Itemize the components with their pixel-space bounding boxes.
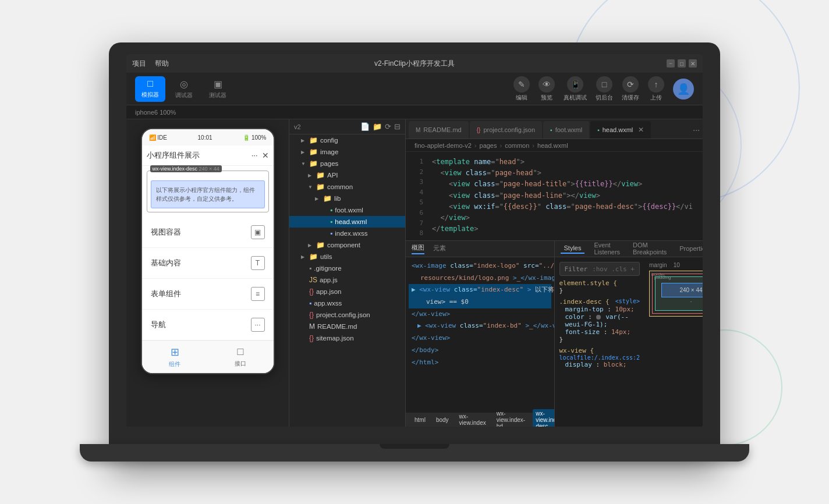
debugger-button[interactable]: ◎ 调试器 xyxy=(169,76,199,102)
window-controls: － □ ✕ xyxy=(667,59,697,68)
path-wx-view-hd[interactable]: wx-view.index-hd xyxy=(494,409,528,427)
tree-item-sitemap[interactable]: {} sitemap.json xyxy=(289,332,405,344)
phone-frame: 📶 IDE 10:01 🔋 100% 小程序组件展示 ··· ✕ xyxy=(126,119,289,427)
upload-icon: ↑ xyxy=(648,76,664,93)
tree-item-app-json[interactable]: {} app.json xyxy=(289,286,405,297)
tab-event-listeners[interactable]: Event Listeners xyxy=(590,242,623,257)
tab-label-project: project.config.json xyxy=(483,126,535,133)
path-wx-view-index[interactable]: wx-view.index xyxy=(456,412,489,427)
tab-foot-wxml[interactable]: ▪ foot.wxml xyxy=(543,121,589,139)
path-wx-view-desc[interactable]: wx-view.index-desc xyxy=(533,409,554,427)
html-tree-panel: 概图 元素 <wx-image class="index-logo" src="… xyxy=(406,241,555,427)
preview-action[interactable]: 👁 预览 xyxy=(539,76,555,102)
element-highlight-box: wx-view.index-desc 240 × 44 以下将展示小程序官方组件… xyxy=(147,171,269,212)
tree-item-api[interactable]: ▶ 📁 API xyxy=(289,169,405,181)
tab-readme[interactable]: M README.md xyxy=(409,121,469,139)
more-tabs-icon[interactable]: ··· xyxy=(693,125,700,134)
edit-icon: ✎ xyxy=(513,76,530,93)
close-button[interactable]: ✕ xyxy=(689,59,697,68)
tree-label: head.wxml xyxy=(335,218,367,225)
tree-item-config[interactable]: ▶ 📁 config xyxy=(289,134,405,146)
json-icon: {} xyxy=(309,311,314,319)
folder-icon: 📁 xyxy=(309,148,318,156)
file-collapse-icon[interactable]: ⊟ xyxy=(394,122,401,131)
menu-project[interactable]: 项目 xyxy=(132,59,146,69)
list-item-0[interactable]: 视图容器 ▣ xyxy=(142,217,274,248)
clear-cache-action[interactable]: ⟳ 清缓存 xyxy=(622,76,639,102)
tree-item-readme[interactable]: M README.md xyxy=(289,321,405,332)
editor-tabs: M README.md {} project.config.json ▪ foo… xyxy=(406,119,703,139)
menu-help[interactable]: 帮助 xyxy=(155,59,169,69)
path-body[interactable]: body xyxy=(433,416,452,424)
tab-project-config[interactable]: {} project.config.json xyxy=(470,121,542,139)
editor-panel: M README.md {} project.config.json ▪ foo… xyxy=(406,119,703,427)
app-title: v2-FinClip小程序开发工具 xyxy=(374,59,455,69)
html-line: </wx-view> xyxy=(409,308,551,321)
filter-placeholder: Filter xyxy=(565,265,588,273)
upload-action[interactable]: ↑ 上传 xyxy=(648,76,664,102)
background-action[interactable]: □ 切后台 xyxy=(596,76,613,102)
nav-item-api[interactable]: □ 接口 xyxy=(208,341,274,373)
tree-item-lib[interactable]: ▶ 📁 lib xyxy=(289,193,405,204)
tab-head-wxml[interactable]: ▪ head.wxml ✕ xyxy=(590,121,651,139)
html-line: <wx-image class="index-logo" src="../res… xyxy=(409,260,551,272)
debugger-icon: ◎ xyxy=(180,79,188,90)
path-html[interactable]: html xyxy=(412,416,428,424)
tree-item-project-config[interactable]: {} project.config.json xyxy=(289,309,405,321)
tree-item-image[interactable]: ▶ 📁 image xyxy=(289,146,405,158)
tester-icon: ▣ xyxy=(214,79,222,90)
tree-item-index-wxss[interactable]: ▪ index.wxss xyxy=(289,228,405,239)
styles-left: Filter :hov .cls + element.style { } xyxy=(555,257,644,427)
header-dot: ··· xyxy=(251,151,258,160)
list-icon-3: ··· xyxy=(251,318,265,332)
tester-button[interactable]: ▣ 测试器 xyxy=(203,76,233,102)
tree-item-head-wxml[interactable]: ▪ head.wxml xyxy=(289,216,405,228)
minimize-button[interactable]: － xyxy=(667,59,675,68)
list-item-1[interactable]: 基础内容 T xyxy=(142,248,274,279)
tree-item-foot-wxml[interactable]: ▪ foot.wxml xyxy=(289,204,405,216)
tab-elements[interactable]: 元素 xyxy=(433,244,446,254)
menu-bar: 项目 帮助 xyxy=(132,59,169,69)
tree-label: .gitignore xyxy=(314,265,341,272)
tree-item-app-wxss[interactable]: ▪ app.wxss xyxy=(289,297,405,309)
tree-label: app.js xyxy=(320,276,338,283)
breadcrumb-item-3: head.wxml xyxy=(537,142,568,149)
list-item-2[interactable]: 表单组件 ≡ xyxy=(142,279,274,310)
box-outer: border padding 240 × 44 - xyxy=(649,271,703,317)
phone-close-icon: ✕ xyxy=(262,151,269,160)
list-icon-0: ▣ xyxy=(251,225,265,239)
tree-item-pages[interactable]: ▼ 📁 pages xyxy=(289,158,405,169)
css-source[interactable]: localfile:/.index.css:2 xyxy=(559,354,640,361)
breadcrumb-item-2: common xyxy=(505,142,529,149)
maximize-button[interactable]: □ xyxy=(678,59,686,68)
real-device-label: 真机调试 xyxy=(564,94,587,102)
wxml-tab-icon: ▪ xyxy=(550,127,552,133)
css-block-element: element.style { } xyxy=(559,279,640,294)
simulator-button[interactable]: □ 模拟器 xyxy=(135,76,165,102)
file-new-icon[interactable]: 📄 xyxy=(360,122,370,131)
tree-item-app-js[interactable]: JS app.js xyxy=(289,274,405,286)
wxss-icon: ▪ xyxy=(330,229,332,237)
tree-item-component[interactable]: ▶ 📁 component xyxy=(289,239,405,251)
css-source[interactable]: <style> xyxy=(615,298,640,304)
box-model: margin 10 border padding 240 × 44 xyxy=(644,257,703,427)
tab-properties[interactable]: Properties xyxy=(676,245,703,253)
tree-item-common[interactable]: ▼ 📁 common xyxy=(289,181,405,193)
tab-styles[interactable]: Styles xyxy=(561,244,585,254)
real-device-action[interactable]: 📱 真机调试 xyxy=(564,76,587,102)
user-avatar[interactable]: 👤 xyxy=(673,79,694,100)
tree-label: image xyxy=(320,148,338,155)
code-content[interactable]: <template name="head"> <view class="page… xyxy=(426,152,703,240)
tree-item-gitignore[interactable]: ▪ .gitignore xyxy=(289,262,405,274)
html-line: </wx-view> xyxy=(409,332,551,345)
file-folder-icon[interactable]: 📁 xyxy=(373,122,382,131)
tab-close-icon[interactable]: ✕ xyxy=(638,126,644,134)
tab-overview[interactable]: 概图 xyxy=(412,243,424,254)
tree-label: common xyxy=(327,183,353,190)
tab-dom-breakpoints[interactable]: DOM Breakpoints xyxy=(629,242,670,257)
nav-item-component[interactable]: ⊞ 组件 xyxy=(142,341,208,373)
tree-item-utils[interactable]: ▶ 📁 utils xyxy=(289,251,405,262)
list-item-3[interactable]: 导航 ··· xyxy=(142,310,274,340)
file-refresh-icon[interactable]: ⟳ xyxy=(385,122,391,131)
edit-action[interactable]: ✎ 编辑 xyxy=(513,76,530,102)
